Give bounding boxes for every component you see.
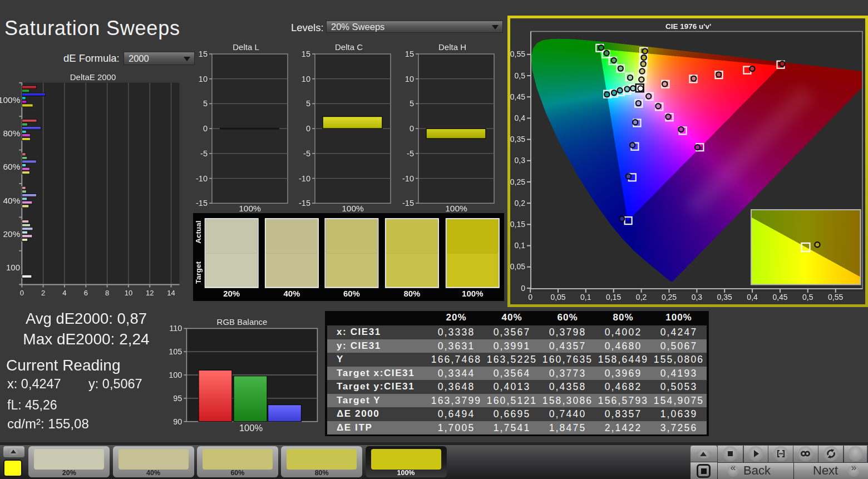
svg-text:10: 10 [405,75,414,83]
svg-text:0,35: 0,35 [510,135,525,144]
svg-text:0,25: 0,25 [510,177,525,186]
svg-text:Delta H: Delta H [438,42,466,52]
svg-text:DeltaE 2000: DeltaE 2000 [70,72,116,82]
svg-text:90: 90 [173,417,182,426]
svg-text:-5: -5 [303,149,310,158]
svg-text:100: 100 [6,263,20,272]
svg-text:0,45: 0,45 [510,92,525,101]
svg-text:20%: 20% [3,229,20,239]
svg-text:40%: 40% [283,289,300,298]
svg-text:80%: 80% [3,129,20,138]
svg-text:100%: 100% [342,204,364,213]
svg-text:0: 0 [521,284,525,293]
svg-text:0,35: 0,35 [717,293,732,302]
svg-text:-15: -15 [299,199,310,208]
svg-text:5: 5 [410,99,414,108]
svg-text:60%: 60% [343,289,360,298]
svg-text:RGB Balance: RGB Balance [217,317,268,327]
svg-text:5: 5 [306,99,310,108]
svg-text:100%: 100% [462,289,483,298]
svg-text:0: 0 [203,124,208,133]
svg-text:0,1: 0,1 [580,293,591,302]
svg-text:10: 10 [125,289,132,297]
svg-text:Delta L: Delta L [233,42,259,52]
svg-text:100%: 100% [445,204,467,213]
svg-text:0,2: 0,2 [636,293,647,302]
svg-text:Actual: Actual [194,220,203,243]
svg-text:-15: -15 [196,199,208,208]
svg-text:0,1: 0,1 [515,241,526,250]
svg-text:5: 5 [203,99,208,108]
svg-text:12: 12 [146,289,154,297]
svg-text:-5: -5 [407,149,414,158]
svg-text:80%: 80% [403,289,420,298]
svg-text:0: 0 [528,293,532,302]
svg-text:0,05: 0,05 [550,293,565,302]
svg-text:Delta C: Delta C [335,42,363,52]
svg-text:2: 2 [41,289,45,297]
svg-text:95: 95 [173,394,182,403]
svg-text:10: 10 [302,75,310,83]
svg-text:15: 15 [302,50,310,58]
svg-text:105: 105 [169,347,182,356]
svg-text:0: 0 [306,124,310,133]
svg-text:-10: -10 [299,174,310,183]
svg-text:-5: -5 [200,149,208,158]
svg-text:0,15: 0,15 [606,293,621,302]
svg-text:100: 100 [169,371,182,379]
svg-text:14: 14 [167,289,175,297]
svg-text:-10: -10 [402,174,414,183]
svg-text:0: 0 [20,289,24,297]
svg-text:0: 0 [410,124,414,133]
svg-text:20%: 20% [223,289,240,298]
svg-text:0,5: 0,5 [802,293,813,302]
svg-text:0,3: 0,3 [692,293,703,302]
svg-text:0,45: 0,45 [772,293,787,302]
svg-text:0,5: 0,5 [515,71,526,80]
svg-text:0,2: 0,2 [515,199,526,208]
svg-text:0,4: 0,4 [747,293,758,302]
svg-text:8: 8 [105,289,109,297]
svg-text:100%: 100% [239,423,263,433]
svg-text:40%: 40% [3,196,20,205]
svg-text:0,55: 0,55 [828,293,843,302]
svg-text:0,4: 0,4 [515,113,526,122]
svg-text:0,05: 0,05 [510,262,525,271]
svg-text:15: 15 [199,50,208,58]
svg-text:0,3: 0,3 [515,156,526,165]
svg-text:-10: -10 [196,174,208,183]
svg-text:4: 4 [62,289,66,297]
svg-text:0,15: 0,15 [510,220,525,229]
svg-text:0,55: 0,55 [510,50,525,58]
svg-text:0,25: 0,25 [662,293,677,302]
svg-text:6: 6 [84,289,88,297]
svg-text:100%: 100% [239,204,261,213]
svg-text:100%: 100% [0,95,21,105]
svg-text:CIE 1976 u'v': CIE 1976 u'v' [665,22,711,31]
svg-text:10: 10 [199,75,208,83]
svg-text:60%: 60% [3,162,20,171]
svg-text:Target: Target [194,261,203,284]
svg-text:15: 15 [405,50,414,58]
svg-text:-15: -15 [402,199,414,208]
